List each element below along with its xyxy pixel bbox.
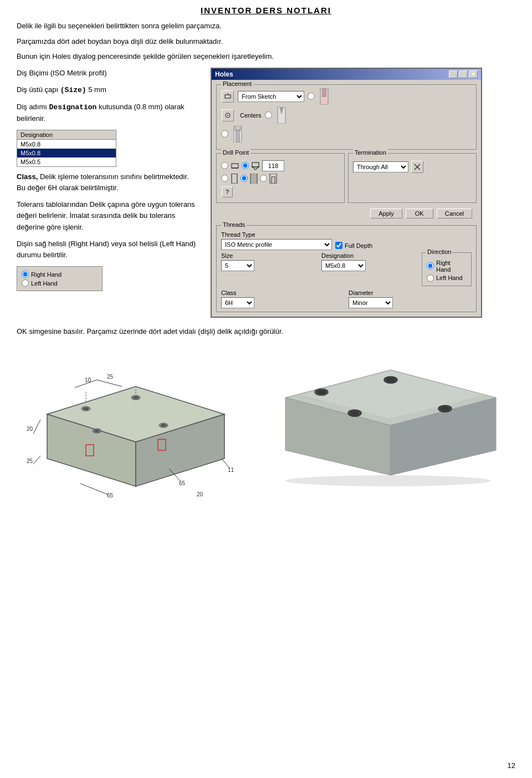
angled-drill-icon xyxy=(251,161,260,170)
svg-point-42 xyxy=(94,430,100,433)
designation-select[interactable]: M5x0.8 xyxy=(321,260,366,271)
right-hand-option[interactable]: Right Hand xyxy=(427,260,467,273)
dialog-titlebar: Holes _ □ ✕ xyxy=(212,69,481,80)
left-hand-option[interactable]: Left Hand xyxy=(427,274,467,282)
shape-radio-2[interactable] xyxy=(265,111,272,119)
dim-25: 25 xyxy=(107,374,114,380)
right-hand-label: Right Hand xyxy=(31,271,62,278)
flat-drill-radio[interactable] xyxy=(221,162,228,169)
designation-dropdown[interactable]: Designation M5x0.8 M5x0.8 M5x0.5 xyxy=(17,130,116,167)
maximize-button[interactable]: □ xyxy=(459,70,468,78)
centers-label: Centers xyxy=(238,112,262,119)
cbore-icon xyxy=(269,174,277,184)
threaded-hole-radio[interactable] xyxy=(241,175,248,182)
from-sketch-select[interactable]: From Sketch xyxy=(238,91,304,102)
class-diameter-row: Class 6H Diameter Minor xyxy=(221,289,472,308)
designation-item-3[interactable]: M5x0.5 xyxy=(17,157,116,166)
svg-rect-10 xyxy=(236,130,239,143)
intro-text-2: Parçamızda dört adet boydan boya dişli d… xyxy=(17,36,515,47)
svg-point-59 xyxy=(350,411,360,416)
drill-angle-input[interactable] xyxy=(262,160,284,171)
svg-rect-24 xyxy=(272,177,275,184)
intro-text-1: Delik ile ilgili bu seçenekleri belirtti… xyxy=(17,21,515,32)
direction-label: Direction xyxy=(426,248,453,255)
right-hand-radio[interactable] xyxy=(22,271,29,278)
thread-profile-text: Diş Biçimi (ISO Metrik profil) xyxy=(17,68,200,79)
bottom-text: OK simgesine basılır. Parçamız üzerinde … xyxy=(17,326,515,337)
direction-col: Direction Right Hand Left Hand xyxy=(422,252,472,286)
dim-20b: 20 xyxy=(197,491,203,497)
svg-rect-0 xyxy=(225,95,231,98)
right-hand-row[interactable]: Right Hand xyxy=(22,271,98,278)
sketch-illustration: 10 25 20 25 65 65 11 20 xyxy=(25,348,236,505)
dlg-right-hand-radio[interactable] xyxy=(427,262,434,269)
class-label: Class, xyxy=(17,172,38,181)
svg-point-5 xyxy=(227,115,228,116)
diameter-field-label: Diameter xyxy=(349,289,472,296)
dim-11: 11 xyxy=(228,467,234,473)
designation-item-2-selected[interactable]: M5x0.8 xyxy=(17,149,116,157)
full-depth-row: Full Depth xyxy=(335,242,372,249)
content-area: Diş Biçimi (ISO Metrik profil) Diş üstü … xyxy=(17,68,515,318)
hole-shape-3-icon xyxy=(232,126,244,143)
illustrations-container: 10 25 20 25 65 65 11 20 xyxy=(17,348,515,505)
dialog-action-buttons: Apply OK Cancel xyxy=(216,206,477,222)
size-select[interactable]: 5 xyxy=(221,260,254,271)
angled-drill-radio[interactable] xyxy=(242,162,249,169)
designation-label: Designation xyxy=(21,131,53,138)
cancel-button[interactable]: Cancel xyxy=(437,209,472,218)
centers-icon-btn[interactable] xyxy=(222,109,234,121)
size-label: Diş üstü çapı xyxy=(17,85,58,94)
desig-prefix: Diş adımı xyxy=(17,103,47,111)
left-panel: Diş Biçimi (ISO Metrik profil) Diş üstü … xyxy=(17,68,200,318)
termination-icon-btn[interactable] xyxy=(411,161,423,173)
threads-label: Threads xyxy=(221,221,247,228)
desig-field-label: Designation xyxy=(321,252,417,259)
left-hand-radio[interactable] xyxy=(22,279,29,287)
placement-row-3 xyxy=(221,126,472,143)
svg-point-57 xyxy=(386,378,396,383)
placement-label: Placement xyxy=(221,80,253,87)
simple-hole-radio[interactable] xyxy=(221,175,228,182)
hole-shape-2-icon xyxy=(275,107,288,124)
rendered-3d-view xyxy=(269,348,507,492)
tolerans-text: Tolerans tablolarından Delik çapına göre… xyxy=(17,199,200,232)
placement-row-2: Centers xyxy=(221,107,472,124)
shape-radio-1[interactable] xyxy=(308,93,315,100)
cbore-radio[interactable] xyxy=(260,175,267,182)
dlg-left-hand-label: Left Hand xyxy=(436,274,463,281)
diameter-select[interactable]: Minor xyxy=(349,297,393,308)
hand-text: Dişin sağ helisli (Right Hand) veya sol … xyxy=(17,238,200,261)
close-button[interactable]: ✕ xyxy=(469,70,478,78)
help-icon-btn[interactable]: ? xyxy=(222,186,233,197)
designation-header: Designation xyxy=(17,130,116,140)
left-hand-row[interactable]: Left Hand xyxy=(22,279,98,287)
class-field-label: Class xyxy=(221,289,344,296)
termination-label: Termination xyxy=(353,149,388,156)
thread-type-select[interactable]: ISO Metric profile xyxy=(221,239,332,250)
dlg-left-hand-radio[interactable] xyxy=(427,274,434,282)
svg-rect-15 xyxy=(232,174,237,184)
full-depth-checkbox[interactable] xyxy=(335,242,342,249)
threaded-hole-icon xyxy=(250,174,258,184)
ok-button[interactable]: OK xyxy=(406,209,433,218)
svg-point-62 xyxy=(285,475,490,486)
drill-point-label: Drill Point xyxy=(221,149,250,156)
size-label-b: (Size) xyxy=(60,85,88,94)
dialog-content: Placement From Sketch xyxy=(212,80,481,317)
sketch-icon-btn[interactable] xyxy=(222,90,234,103)
termination-select[interactable]: Through All xyxy=(353,161,408,172)
shape-radio-3[interactable] xyxy=(221,130,228,138)
svg-line-32 xyxy=(33,420,40,434)
holes-dialog: Holes _ □ ✕ Placement xyxy=(211,68,482,318)
apply-button[interactable]: Apply xyxy=(370,209,402,218)
svg-line-33 xyxy=(33,456,40,464)
designation-item-1[interactable]: M5x0.8 xyxy=(17,140,116,149)
class-select[interactable]: 6H xyxy=(221,297,254,308)
dim-25b: 25 xyxy=(27,458,33,464)
page-number: 12 xyxy=(508,761,515,770)
svg-marker-14 xyxy=(252,167,259,170)
minimize-button[interactable]: _ xyxy=(449,70,458,78)
svg-rect-9 xyxy=(235,126,241,130)
dim-20: 20 xyxy=(27,426,33,432)
